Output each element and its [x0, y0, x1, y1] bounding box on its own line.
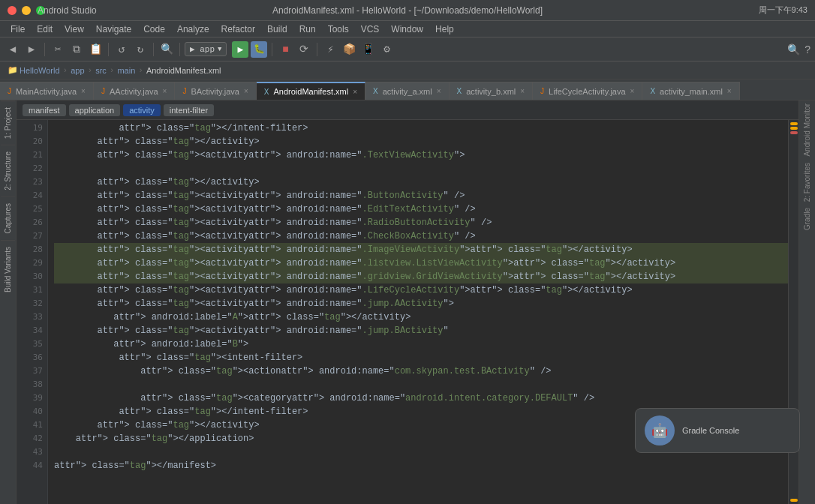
toolbar-avd-btn[interactable]: 📱 [359, 41, 376, 58]
menu-item-help[interactable]: Help [431, 22, 459, 36]
line-number-24: 24 [33, 189, 43, 202]
line-number-39: 39 [33, 392, 43, 405]
tab-lifecycle[interactable]: J LifeCycleActivity.java × [533, 82, 642, 100]
java-icon: J [182, 87, 186, 95]
line-number-25: 25 [33, 202, 43, 216]
notification-text: Gradle Console [682, 426, 739, 435]
menu-item-build[interactable]: Build [263, 22, 292, 36]
tab-close-manifest[interactable]: × [353, 88, 357, 96]
toolbar-more-btn[interactable]: ⚡ [322, 41, 338, 58]
toolbar-cut-btn[interactable]: ✂ [50, 41, 66, 58]
tab-androidmanifest[interactable]: X AndroidManifest.xml × [257, 82, 365, 100]
menu-item-analyze[interactable]: Analyze [173, 22, 214, 36]
toolbar-copy-btn[interactable]: ⧉ [68, 41, 85, 58]
toolbar-paste-btn[interactable]: 📋 [87, 41, 104, 58]
android-monitor-label[interactable]: Android Monitor [801, 100, 813, 160]
code-line-37[interactable]: ⚠ attr"> class="tag"><actionattr"> andro… [54, 364, 788, 378]
code-line-30[interactable]: attr"> class="tag"><activityattr"> andro… [54, 270, 788, 284]
menu-item-tools[interactable]: Tools [323, 22, 353, 36]
menu-item-file[interactable]: File [6, 22, 29, 36]
captures-panel-label[interactable]: Captures [1, 196, 15, 240]
help-icon[interactable]: ? [804, 44, 810, 56]
code-line-21[interactable]: attr"> class="tag"><activityattr"> andro… [54, 148, 788, 162]
menu-item-view[interactable]: View [60, 22, 89, 36]
java-icon: J [101, 87, 105, 95]
code-line-20[interactable]: attr"> class="tag"></activity> [54, 135, 788, 148]
structure-panel-label[interactable]: 2: Structure [1, 145, 15, 196]
tab-activity-b[interactable]: X activity_b.xml × [450, 82, 534, 100]
code-line-44[interactable]: attr"> class="tag"></manifest> [54, 459, 788, 472]
code-line-25[interactable]: attr"> class="tag"><activityattr"> andro… [54, 202, 788, 216]
notification-avatar: 🤖 [645, 416, 675, 446]
code-line-27[interactable]: attr"> class="tag"><activityattr"> andro… [54, 230, 788, 243]
close-button[interactable] [8, 6, 17, 15]
run-button[interactable]: ▶ [232, 41, 248, 58]
xml-tag-application[interactable]: application [69, 104, 121, 116]
tab-close-main[interactable]: × [81, 87, 86, 95]
xml-tag-manifest[interactable]: manifest [23, 104, 66, 116]
code-line-22[interactable] [54, 162, 788, 176]
code-line-23[interactable]: attr"> class="tag"></activity> [54, 176, 788, 189]
toolbar-forward-btn[interactable]: ▶ [23, 41, 40, 58]
line-number-41: 41 [33, 418, 43, 432]
favorites-label[interactable]: 2: Favorites [801, 160, 813, 205]
code-line-26[interactable]: attr"> class="tag"><activityattr"> andro… [54, 216, 788, 230]
menu-item-code[interactable]: Code [139, 22, 170, 36]
toolbar-redo-btn[interactable]: ↻ [132, 41, 149, 58]
left-side-panel: 1: Project 2: Structure Captures Build V… [0, 100, 17, 504]
tab-close-activity-main[interactable]: × [727, 87, 732, 95]
tab-aactivity[interactable]: J AActivity.java × [94, 82, 175, 100]
code-line-28[interactable]: attr"> class="tag"><activityattr"> andro… [54, 243, 788, 256]
app-name: Android Studio [38, 5, 97, 16]
code-line-39[interactable]: attr"> class="tag"><categoryattr"> andro… [54, 392, 788, 405]
breadcrumb-helloworld[interactable]: 📁 HelloWorld [5, 65, 63, 75]
menu-item-run[interactable]: Run [295, 22, 320, 36]
menu-item-edit[interactable]: Edit [32, 22, 57, 36]
project-panel-label[interactable]: 1: Project [1, 100, 15, 145]
app-selector[interactable]: ▶ app ▼ [185, 42, 227, 56]
code-line-19[interactable]: attr"> class="tag"></intent-filter> [54, 122, 788, 135]
breadcrumb-src[interactable]: src [92, 66, 110, 75]
menu-item-navigate[interactable]: Navigate [92, 22, 136, 36]
tab-mainactivity[interactable]: J MainActivity.java × [0, 82, 94, 100]
tab-close-activity-a[interactable]: × [437, 87, 441, 95]
code-line-38[interactable] [54, 378, 788, 392]
menu-item-vcs[interactable]: VCS [356, 22, 384, 36]
tab-activity-a[interactable]: X activity_a.xml × [365, 82, 450, 100]
tab-close-lifecycle[interactable]: × [630, 87, 635, 95]
code-line-24[interactable]: attr"> class="tag"><activityattr"> andro… [54, 189, 788, 202]
build-variants-label[interactable]: Build Variants [1, 240, 15, 298]
tab-activity-main[interactable]: X activity_main.xml × [642, 82, 739, 100]
xml-tag-activity[interactable]: activity [123, 104, 161, 116]
debug-button[interactable]: 🐛 [251, 41, 267, 58]
code-line-32[interactable]: attr"> class="tag"><activityattr"> andro… [54, 297, 788, 310]
xml-tag-intent-filter[interactable]: intent-filter [164, 104, 214, 116]
code-line-29[interactable]: attr"> class="tag"><activityattr"> andro… [54, 256, 788, 270]
line-number-35: 35 [33, 338, 43, 351]
code-line-31[interactable]: attr"> class="tag"><activityattr"> andro… [54, 284, 788, 297]
tab-bactivity[interactable]: J BActivity.java × [175, 82, 256, 100]
toolbar-settings-btn[interactable]: ⚙ [378, 41, 395, 58]
tab-close-b[interactable]: × [244, 87, 248, 95]
breadcrumb-manifest[interactable]: AndroidManifest.xml [143, 66, 224, 75]
breadcrumb-app[interactable]: app [68, 66, 87, 75]
menu-item-window[interactable]: Window [386, 22, 428, 36]
tab-close-a[interactable]: × [163, 87, 167, 95]
minimize-button[interactable] [22, 6, 31, 15]
toolbar-undo-btn[interactable]: ↺ [113, 41, 130, 58]
code-line-36[interactable]: attr"> class="tag"><intent-filter> [54, 351, 788, 364]
gradle-label[interactable]: Gradle [801, 205, 813, 233]
code-line-34[interactable]: attr"> class="tag"><activityattr"> andro… [54, 324, 788, 338]
toolbar-stop-btn[interactable]: ■ [277, 41, 293, 58]
toolbar-back-btn[interactable]: ◀ [5, 41, 21, 58]
breadcrumb-main[interactable]: main [114, 66, 138, 75]
line-number-38: 38 [33, 378, 43, 392]
search-icon[interactable]: 🔍 [787, 44, 800, 56]
code-line-35[interactable]: attr"> android:label="B"> [54, 338, 788, 351]
code-line-33[interactable]: attr"> android:label="A">attr"> class="t… [54, 310, 788, 324]
toolbar-search-btn[interactable]: 🔍 [158, 41, 175, 58]
toolbar-sdk-btn[interactable]: 📦 [341, 41, 357, 58]
menu-item-refactor[interactable]: Refactor [217, 22, 260, 36]
toolbar-sync-btn[interactable]: ⟳ [296, 41, 312, 58]
tab-close-activity-b[interactable]: × [520, 87, 525, 95]
